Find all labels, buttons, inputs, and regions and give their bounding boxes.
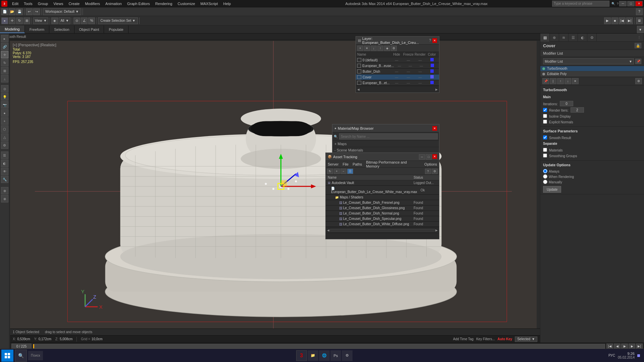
menu-modifiers[interactable]: Modifiers: [82, 1, 103, 6]
layer-move-sel-btn[interactable]: ↓: [371, 46, 377, 51]
lt-move[interactable]: ✛: [1, 51, 8, 58]
new-file-btn[interactable]: 📄: [1, 8, 8, 15]
render-iters-checkbox[interactable]: [543, 108, 547, 112]
layer-move-layer-btn[interactable]: ↑: [377, 46, 383, 51]
mod-remove-btn[interactable]: ✕: [572, 78, 579, 84]
layer-row-european[interactable]: European_B...euse... — — —: [356, 63, 439, 69]
tab-freeform[interactable]: Freeform: [25, 25, 50, 33]
lt-bottom1[interactable]: ⊕: [1, 187, 8, 194]
tab-populate[interactable]: Populate: [104, 25, 128, 33]
show-desktop-btn[interactable]: [637, 354, 640, 357]
when-rendering-radio[interactable]: [543, 174, 547, 179]
workspace-dropdown[interactable]: Workspace: Default ▼: [43, 8, 81, 15]
menu-animation[interactable]: Animation: [103, 1, 124, 6]
lt-rotate[interactable]: ↻: [1, 59, 8, 66]
lt-scale[interactable]: ⊞: [1, 67, 8, 74]
selected-dropdown[interactable]: Selected ▼: [515, 337, 537, 342]
asset-scroll-right[interactable]: ▶: [435, 229, 438, 232]
smooth-result-checkbox[interactable]: [543, 135, 547, 139]
create-selection-set[interactable]: Create Selection Set ▼: [98, 17, 138, 24]
rp-tab-modify[interactable]: ≋: [559, 34, 569, 42]
asset-panel-close[interactable]: ✕: [432, 154, 437, 159]
taskbar-explorer[interactable]: 📁: [308, 350, 318, 361]
lt-snap[interactable]: ⊙: [1, 85, 8, 93]
menu-help[interactable]: Help: [221, 1, 234, 6]
layer-options-btn[interactable]: ⚙: [391, 46, 397, 51]
select-filter-btn[interactable]: ◈: [51, 17, 58, 24]
stop-btn[interactable]: ■: [611, 17, 618, 24]
asset-tb-options[interactable]: ⚙: [432, 169, 438, 174]
asset-row-vault[interactable]: 🏛Autodesk Vault Logged Out...: [326, 180, 439, 186]
maximize-button[interactable]: □: [627, 1, 635, 6]
save-file-btn[interactable]: 💾: [16, 8, 23, 15]
angle-snap-btn[interactable]: ∠: [81, 17, 88, 24]
layer-scroll-right[interactable]: ▶: [435, 88, 438, 91]
asset-row-maxfile[interactable]: 📄European_Butter_Dish_Le_Creuse_White_ma…: [326, 186, 439, 195]
maps-section[interactable]: + Maps: [332, 141, 439, 147]
taskbar-photoshop[interactable]: Ps: [330, 350, 341, 361]
next-frame-small-btn[interactable]: ▶: [629, 344, 635, 349]
menu-group[interactable]: Group: [35, 1, 51, 6]
rp-tab-display[interactable]: ▤: [540, 34, 550, 42]
iterations-input[interactable]: [560, 101, 573, 106]
close-button[interactable]: ✕: [635, 1, 643, 6]
modifier-pin-btn[interactable]: 📌: [635, 59, 641, 64]
main-viewport[interactable]: X Y Z [+] [Perspective] [Realistic] Tota…: [10, 41, 537, 342]
prev-frame-small-btn[interactable]: ◀: [614, 344, 621, 349]
asset-row-diffuse[interactable]: 🖼Le_Creuset_Butter_Dish_White_Diffuse.pn…: [326, 222, 439, 227]
asset-maximize-btn[interactable]: □: [426, 154, 432, 160]
taskbar-chrome[interactable]: 🌐: [319, 350, 330, 361]
always-radio[interactable]: [543, 169, 547, 173]
undo-btn[interactable]: ↩: [26, 8, 33, 15]
asset-menu-file[interactable]: File: [342, 162, 348, 166]
lt-display[interactable]: 👁: [1, 168, 8, 175]
menu-create[interactable]: Create: [66, 1, 82, 6]
lt-motion[interactable]: ◐: [1, 160, 8, 167]
asset-row-normal[interactable]: 🖼Le_Creuset_Butter_Dish_Normal.png Found: [326, 211, 439, 216]
start-button[interactable]: [1, 350, 13, 362]
select-filter-dropdown[interactable]: All▼: [59, 17, 70, 24]
asset-row-fresnel[interactable]: 🖼Le_Creuset_Butter_Dish_Fresnel.png Foun…: [326, 200, 439, 205]
lt-select[interactable]: ▸: [1, 35, 8, 42]
prev-key-btn[interactable]: |◀: [606, 344, 613, 349]
asset-menu-options[interactable]: Options: [424, 162, 437, 166]
layer-select-btn[interactable]: ◈: [384, 46, 390, 51]
prev-frame-btn[interactable]: |◀: [619, 17, 626, 24]
asset-tb-view[interactable]: ☰: [347, 169, 353, 174]
update-btn[interactable]: Update: [543, 186, 561, 193]
next-frame-btn[interactable]: ▶|: [626, 17, 633, 24]
asset-menu-bitmap[interactable]: Bitmap Performance and Memory: [366, 160, 420, 168]
menu-maxscript[interactable]: MAXScript: [198, 1, 221, 6]
rp-tab-options[interactable]: ⋮: [635, 34, 644, 42]
taskbar-3dsmax[interactable]: 3: [296, 350, 307, 361]
modifier-turbosmooth[interactable]: TurboSmooth: [540, 66, 644, 71]
layer-row-cover[interactable]: Cover — — —: [356, 74, 439, 80]
asset-scroll-left[interactable]: ◀: [327, 229, 329, 232]
search-icon[interactable]: 🔍: [611, 2, 616, 5]
layer-new-btn[interactable]: +: [357, 46, 363, 51]
move-btn[interactable]: ✛: [9, 17, 15, 24]
render-btn[interactable]: 🖥: [636, 17, 643, 24]
asset-menu-server[interactable]: Server: [328, 162, 338, 166]
layer-row-butter-dish[interactable]: Butter_Dish — — —: [356, 69, 439, 74]
help-icon[interactable]: ?: [616, 2, 619, 5]
menu-rendering[interactable]: Rendering: [153, 1, 175, 6]
timeline-slider[interactable]: [33, 344, 605, 349]
reference-dropdown[interactable]: View▼: [33, 17, 48, 24]
rp-tab-utilities[interactable]: ⚙: [587, 34, 597, 42]
snap-btn[interactable]: ⊙: [73, 17, 80, 24]
asset-tb-help[interactable]: ?: [425, 169, 431, 174]
layer-delete-btn[interactable]: ✕: [364, 46, 370, 51]
minimize-button[interactable]: ─: [619, 1, 627, 6]
select-btn[interactable]: ▸: [1, 17, 8, 24]
play-btn[interactable]: ▶: [604, 17, 611, 24]
asset-row-glossiness[interactable]: 🖼Le_Creuset_Butter_Dish_Glossiness.png F…: [326, 205, 439, 211]
asset-tb-refresh[interactable]: ↻: [327, 169, 333, 174]
tab-modeling[interactable]: Modeling: [0, 25, 25, 33]
asset-menu-paths[interactable]: Paths: [353, 162, 362, 166]
lt-link[interactable]: 🔗: [1, 43, 8, 50]
mod-options-btn[interactable]: ⚙: [635, 78, 642, 84]
modifier-dropdown[interactable]: Modifier List ▼: [543, 58, 634, 64]
lt-geometry[interactable]: ⬡: [1, 125, 8, 133]
lt-light[interactable]: 💡: [1, 93, 8, 101]
